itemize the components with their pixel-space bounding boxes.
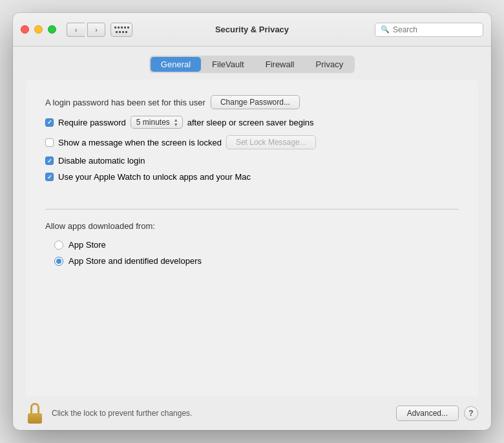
- require-password-suffix: after sleep or screen saver begins: [187, 118, 314, 127]
- tab-general[interactable]: General: [151, 57, 201, 72]
- lock-status-text: Click the lock to prevent further change…: [52, 409, 388, 418]
- require-password-prefix: Require password: [58, 118, 126, 127]
- nav-buttons: ‹ ›: [67, 23, 105, 37]
- lock-icon[interactable]: [26, 403, 44, 424]
- help-button[interactable]: ?: [464, 406, 478, 420]
- lock-body: [28, 413, 42, 424]
- grid-dot: [119, 31, 121, 33]
- grid-dot: [121, 27, 123, 28]
- allow-apps-section: Allow apps downloaded from: App Store Ap…: [45, 221, 459, 266]
- apple-watch-row: Use your Apple Watch to unlock apps and …: [45, 172, 459, 182]
- disable-autologin-checkbox[interactable]: [45, 157, 54, 165]
- search-box[interactable]: 🔍: [375, 23, 483, 37]
- grid-dot: [125, 31, 127, 33]
- apple-watch-label: Use your Apple Watch to unlock apps and …: [58, 172, 251, 182]
- allow-apps-label: Allow apps downloaded from:: [45, 221, 459, 231]
- grid-dot: [116, 31, 118, 33]
- tabs-bar: General FileVault Firewall Privacy: [13, 47, 491, 80]
- section-divider: [45, 209, 459, 210]
- password-section: A login password has been set for this u…: [45, 95, 459, 200]
- set-lock-message-button[interactable]: Set Lock Message...: [226, 135, 316, 149]
- minimize-button[interactable]: [34, 25, 43, 34]
- app-store-identified-radio[interactable]: [54, 257, 63, 266]
- stepper-control[interactable]: ▲ ▼: [174, 118, 178, 127]
- nav-back-button[interactable]: ‹: [67, 23, 85, 37]
- app-store-radio[interactable]: [54, 241, 63, 250]
- tab-filevault[interactable]: FileVault: [202, 57, 255, 72]
- main-window: ‹ › Security & Privacy 🔍 General FileVau…: [13, 13, 491, 430]
- require-password-row: Require password 5 minutes ▲ ▼ after sle…: [45, 116, 459, 129]
- close-button[interactable]: [21, 25, 29, 34]
- show-message-label: Show a message when the screen is locked: [58, 138, 222, 147]
- grid-dot: [118, 27, 120, 28]
- disable-autologin-label: Disable automatic login: [58, 156, 145, 166]
- nav-forward-button[interactable]: ›: [87, 23, 105, 37]
- search-icon: 🔍: [381, 25, 390, 34]
- grid-dot: [122, 31, 124, 33]
- show-message-checkbox[interactable]: [45, 138, 54, 147]
- search-input[interactable]: [393, 25, 478, 34]
- stepper-down-icon[interactable]: ▼: [174, 122, 178, 127]
- grid-dot: [114, 27, 116, 28]
- app-store-identified-label: App Store and identified developers: [68, 256, 202, 266]
- login-password-row: A login password has been set for this u…: [45, 95, 459, 109]
- lock-shackle: [30, 403, 39, 413]
- app-store-label: App Store: [68, 240, 106, 250]
- footer-buttons: Advanced... ?: [396, 405, 478, 421]
- apps-grid-button[interactable]: [110, 23, 132, 37]
- window-title: Security & Privacy: [215, 25, 289, 34]
- password-timeout-select[interactable]: 5 minutes ▲ ▼: [131, 116, 183, 129]
- disable-autologin-row: Disable automatic login: [45, 156, 459, 166]
- login-password-label: A login password has been set for this u…: [45, 98, 205, 107]
- titlebar: ‹ › Security & Privacy 🔍: [13, 13, 491, 47]
- grid-dot: [124, 27, 126, 28]
- advanced-button[interactable]: Advanced...: [396, 405, 459, 421]
- app-store-option[interactable]: App Store: [45, 240, 459, 250]
- change-password-button[interactable]: Change Password...: [211, 95, 300, 109]
- app-store-identified-option[interactable]: App Store and identified developers: [45, 256, 459, 266]
- grid-dot: [127, 27, 129, 28]
- content-area: A login password has been set for this u…: [26, 80, 478, 396]
- maximize-button[interactable]: [48, 25, 56, 34]
- stepper-up-icon[interactable]: ▲: [174, 118, 178, 122]
- tab-firewall[interactable]: Firewall: [255, 57, 305, 72]
- require-password-checkbox[interactable]: [45, 118, 54, 127]
- tab-privacy[interactable]: Privacy: [306, 57, 354, 72]
- traffic-lights: [21, 25, 56, 34]
- show-message-row: Show a message when the screen is locked…: [45, 135, 459, 149]
- apple-watch-checkbox[interactable]: [45, 173, 54, 181]
- password-timeout-value: 5 minutes: [136, 118, 170, 127]
- footer: Click the lock to prevent further change…: [13, 396, 491, 430]
- tabs-container: General FileVault Firewall Privacy: [149, 56, 355, 73]
